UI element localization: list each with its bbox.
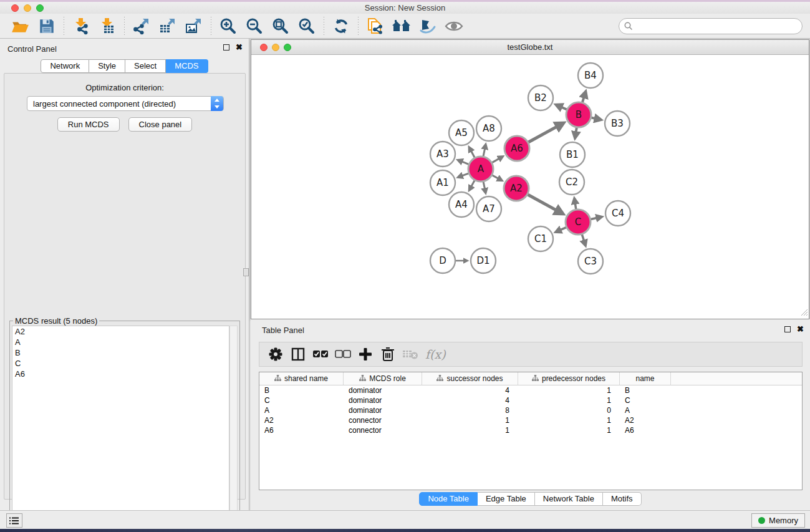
show-panels-button[interactable]	[6, 513, 22, 528]
resize-grip-icon[interactable]	[800, 308, 808, 318]
node-A3[interactable]: A3	[430, 142, 455, 167]
tab-edge-table[interactable]: Edge Table	[478, 492, 535, 506]
table-row[interactable]: A6connector11A6	[259, 425, 802, 435]
node-B1[interactable]: B1	[560, 142, 585, 167]
result-scrollbar[interactable]	[229, 326, 238, 531]
table-settings-icon[interactable]	[264, 344, 287, 365]
node-C1[interactable]: C1	[528, 226, 553, 251]
edge-A-A2[interactable]	[492, 175, 498, 178]
edge-A-A8[interactable]	[483, 148, 485, 156]
node-C4[interactable]: C4	[605, 201, 630, 226]
zoom-out-icon[interactable]	[244, 16, 265, 37]
table-row[interactable]: Bdominator41B	[259, 385, 802, 395]
zoom-selected-icon[interactable]	[296, 16, 317, 37]
float-panel-icon[interactable]	[223, 44, 229, 51]
vertical-splitter-grip[interactable]	[243, 268, 249, 276]
edge-A2-C[interactable]	[528, 195, 556, 210]
tab-mcds[interactable]: MCDS	[166, 59, 208, 73]
edge-B-B3[interactable]	[591, 118, 595, 118]
float-table-panel-icon[interactable]	[784, 326, 791, 332]
network-from-file-icon[interactable]	[365, 16, 386, 37]
node-A5[interactable]: A5	[449, 120, 474, 145]
save-session-icon[interactable]	[36, 16, 57, 37]
node-D1[interactable]: D1	[471, 248, 496, 273]
column-header-shared-name[interactable]: shared name	[259, 372, 344, 385]
tab-network-table[interactable]: Network Table	[535, 492, 603, 506]
show-all-icon[interactable]	[443, 16, 465, 37]
network-canvas[interactable]: B4B2BB3A5A8A6A3AB1A1C2A2A4A7C4CC1C3DD1	[251, 56, 809, 319]
node-A8[interactable]: A8	[476, 116, 501, 141]
node-A[interactable]: A	[468, 157, 493, 181]
node-B2[interactable]: B2	[528, 85, 553, 110]
node-C3[interactable]: C3	[578, 249, 603, 274]
hide-selected-icon[interactable]	[417, 16, 438, 37]
edge-C-C1[interactable]	[560, 228, 566, 230]
result-item[interactable]: A6	[12, 369, 229, 379]
delete-columns-icon[interactable]	[377, 344, 399, 365]
column-header-predecessor-nodes[interactable]: predecessor nodes	[518, 372, 620, 385]
network-window-titlebar[interactable]: testGlobe.txt	[251, 40, 809, 55]
node-A7[interactable]: A7	[476, 196, 501, 221]
memory-button[interactable]: Memory	[751, 513, 805, 528]
node-B4[interactable]: B4	[578, 63, 603, 88]
result-item[interactable]: C	[12, 358, 229, 369]
table-row[interactable]: Adominator80A	[259, 405, 802, 415]
zoom-in-icon[interactable]	[218, 16, 239, 37]
select-all-rows-icon[interactable]	[309, 344, 332, 365]
deselect-all-rows-icon[interactable]	[332, 344, 354, 365]
open-file-icon[interactable]	[10, 16, 31, 37]
close-panel-button[interactable]: Close panel	[128, 117, 193, 132]
edge-A-A6[interactable]	[492, 158, 499, 162]
node-A2[interactable]: A2	[504, 176, 529, 201]
result-item[interactable]: A2	[12, 326, 229, 337]
edge-C-C4[interactable]	[591, 218, 597, 219]
edge-B-B4[interactable]	[582, 97, 584, 102]
edge-B-B1[interactable]	[576, 128, 577, 133]
node-A1[interactable]: A1	[430, 170, 455, 195]
tab-network[interactable]: Network	[41, 59, 89, 73]
edge-A-A5[interactable]	[471, 151, 475, 158]
refresh-icon[interactable]	[330, 16, 352, 37]
show-columns-icon[interactable]	[287, 344, 309, 365]
result-item[interactable]: B	[12, 347, 229, 358]
tab-style[interactable]: Style	[89, 59, 125, 73]
edge-B-B2[interactable]	[561, 107, 567, 109]
edge-A-A7[interactable]	[483, 182, 485, 189]
result-item[interactable]: A	[12, 337, 229, 347]
column-header-name[interactable]: name	[620, 372, 671, 385]
add-column-icon[interactable]	[354, 344, 377, 365]
optimization-criterion-dropdown[interactable]: largest connected component (directed)	[27, 96, 224, 111]
network-graph[interactable]: B4B2BB3A5A8A6A3AB1A1C2A2A4A7C4CC1C3DD1	[251, 56, 809, 319]
edge-A-A3[interactable]	[461, 162, 468, 164]
table-row[interactable]: Cdominator41C	[259, 395, 802, 405]
node-D[interactable]: D	[430, 248, 455, 273]
edge-A-A4[interactable]	[471, 180, 475, 186]
tab-node-table[interactable]: Node Table	[419, 492, 478, 506]
export-image-icon[interactable]	[183, 16, 205, 37]
edge-C-C2[interactable]	[575, 203, 576, 209]
tab-select[interactable]: Select	[125, 59, 166, 73]
delete-table-icon[interactable]	[399, 344, 422, 365]
node-A4[interactable]: A4	[449, 192, 474, 217]
edge-A6-B[interactable]	[528, 127, 557, 142]
search-input[interactable]	[619, 18, 803, 34]
node-B[interactable]: B	[566, 102, 591, 127]
column-header-MCDS-role[interactable]: MCDS role	[344, 372, 422, 385]
node-A6[interactable]: A6	[504, 136, 529, 161]
node-B3[interactable]: B3	[605, 111, 630, 136]
import-table-icon[interactable]	[97, 16, 118, 37]
import-network-icon[interactable]	[70, 16, 92, 37]
edge-A-A1[interactable]	[462, 173, 469, 176]
close-panel-icon[interactable]: ✖	[236, 44, 243, 51]
export-network-icon[interactable]	[131, 16, 152, 37]
table-row[interactable]: A2connector11A2	[259, 415, 802, 425]
edge-C-C3[interactable]	[582, 235, 584, 241]
mcds-result-list[interactable]: A2ABCA6	[12, 326, 229, 531]
export-table-icon[interactable]	[157, 16, 178, 37]
first-neighbors-icon[interactable]	[391, 16, 412, 37]
run-mcds-button[interactable]: Run MCDS	[57, 117, 120, 132]
tab-motifs[interactable]: Motifs	[603, 492, 642, 506]
zoom-fit-icon[interactable]	[270, 16, 291, 37]
close-table-panel-icon[interactable]: ✖	[797, 326, 804, 332]
column-header-successor-nodes[interactable]: successor nodes	[422, 372, 518, 385]
